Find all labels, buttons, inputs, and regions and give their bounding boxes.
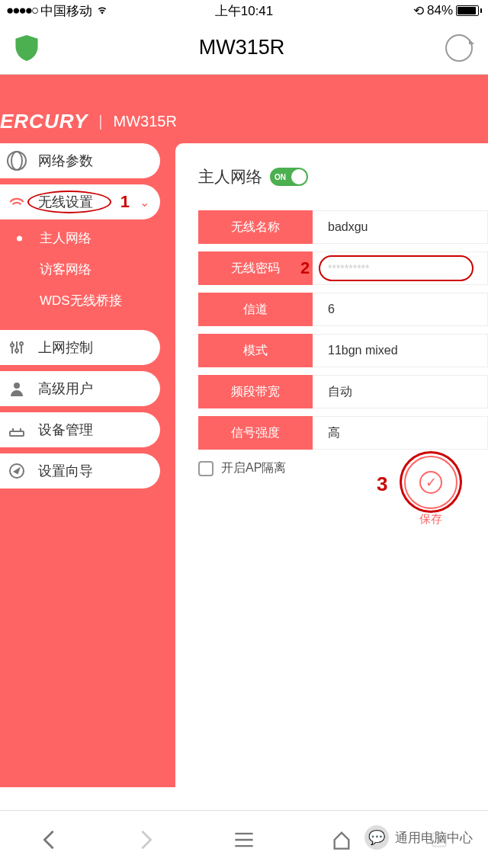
battery-percent: 84% bbox=[427, 3, 453, 18]
brand-logo: ERCURY bbox=[0, 110, 88, 133]
wifi-icon bbox=[6, 191, 27, 213]
sidebar-item-network-params[interactable]: 网络参数 bbox=[0, 143, 160, 178]
clock: 上午10:41 bbox=[165, 2, 323, 20]
refresh-icon[interactable] bbox=[445, 34, 473, 62]
value-bandwidth[interactable]: 自动 bbox=[313, 375, 488, 408]
annotation-step-2: 2 bbox=[300, 258, 310, 278]
sidebar-item-label: 设备管理 bbox=[38, 421, 93, 439]
brand-header: ERCURY | MW315R bbox=[0, 102, 488, 140]
wifi-toggle[interactable]: ON bbox=[270, 168, 308, 186]
sidebar-item-label: 设置向导 bbox=[38, 462, 93, 480]
sidebar-item-setup-wizard[interactable]: 设置向导 bbox=[0, 453, 160, 488]
annotation-step-1: 1 bbox=[120, 192, 130, 212]
row-bandwidth: 频段带宽 自动 bbox=[198, 375, 488, 408]
sidebar-sub-host-network[interactable]: 主人网络 bbox=[0, 223, 160, 254]
compass-icon bbox=[6, 460, 27, 482]
forward-button[interactable] bbox=[133, 827, 159, 853]
user-icon bbox=[6, 378, 27, 399]
save-label: 保存 bbox=[404, 512, 458, 527]
row-password: 无线密码 2 ********** bbox=[198, 251, 488, 285]
label-channel: 信道 bbox=[198, 293, 313, 326]
password-text: ********** bbox=[328, 262, 369, 274]
value-ssid[interactable]: badxgu bbox=[313, 210, 488, 244]
wechat-icon: 💬 bbox=[364, 825, 389, 850]
sidebar-item-label: 网络参数 bbox=[38, 152, 93, 170]
wechat-text: 通用电脑中心 bbox=[395, 829, 473, 847]
label-ssid: 无线名称 bbox=[198, 210, 313, 244]
svg-rect-4 bbox=[10, 431, 24, 436]
value-password[interactable]: 2 ********** bbox=[313, 251, 488, 285]
label-password: 无线密码 bbox=[198, 251, 313, 285]
rotation-lock-icon: ⟲ bbox=[413, 3, 424, 19]
sidebar-sub-wds-bridge[interactable]: WDS无线桥接 bbox=[0, 285, 160, 316]
value-mode[interactable]: 11bgn mixed bbox=[313, 334, 488, 367]
router-icon bbox=[6, 419, 27, 440]
label-mode: 模式 bbox=[198, 334, 313, 367]
sidebar-item-access-control[interactable]: 上网控制 bbox=[0, 330, 160, 365]
row-ssid: 无线名称 badxgu bbox=[198, 210, 488, 244]
ap-isolation-label: 开启AP隔离 bbox=[221, 460, 286, 476]
carrier-label: 中国移动 bbox=[40, 2, 92, 20]
status-bar: ●●●●○ 中国移动 上午10:41 ⟲ 84% bbox=[0, 0, 488, 21]
globe-icon bbox=[6, 150, 27, 171]
sidebar-item-label: 高级用户 bbox=[38, 380, 93, 398]
value-signal[interactable]: 高 bbox=[313, 416, 488, 450]
sidebar-item-wireless[interactable]: 无线设置 1 ⌄ bbox=[0, 184, 160, 219]
value-channel[interactable]: 6 bbox=[313, 293, 488, 326]
shield-icon bbox=[15, 35, 38, 61]
sliders-icon bbox=[6, 337, 27, 358]
save-area: 3 ✓ 保存 bbox=[404, 456, 458, 527]
panel-title-row: 主人网络 ON bbox=[198, 166, 488, 187]
label-signal: 信号强度 bbox=[198, 416, 313, 450]
sidebar: 网络参数 无线设置 1 ⌄ 主人网络 访客网络 WDS无线桥接 上网控制 高级用… bbox=[0, 75, 160, 787]
signal-strength-icon: ●●●●○ bbox=[6, 3, 37, 18]
svg-point-1 bbox=[15, 349, 18, 352]
sidebar-item-advanced-user[interactable]: 高级用户 bbox=[0, 371, 160, 406]
battery-icon bbox=[456, 5, 482, 16]
row-channel: 信道 6 bbox=[198, 293, 488, 326]
menu-button[interactable] bbox=[231, 827, 257, 853]
sidebar-item-label: 上网控制 bbox=[38, 338, 93, 357]
svg-point-3 bbox=[14, 383, 20, 389]
panel-title: 主人网络 bbox=[198, 166, 262, 187]
router-admin-page: ERCURY | MW315R 网络参数 无线设置 1 ⌄ 主人网络 访客网络 … bbox=[0, 75, 488, 787]
annotation-step-3: 3 bbox=[377, 472, 387, 496]
row-mode: 模式 11bgn mixed bbox=[198, 334, 488, 367]
browser-url-bar: MW315R bbox=[0, 21, 488, 75]
save-button[interactable]: ✓ bbox=[404, 456, 458, 509]
page-title[interactable]: MW315R bbox=[49, 36, 435, 59]
wechat-watermark: 💬 通用电脑中心 bbox=[357, 821, 480, 854]
svg-point-2 bbox=[20, 342, 23, 345]
check-icon: ✓ bbox=[419, 471, 442, 494]
back-button[interactable] bbox=[36, 827, 62, 853]
main-panel: 主人网络 ON 无线名称 badxgu 无线密码 2 ********** 信道… bbox=[175, 143, 488, 787]
sidebar-item-label: 无线设置 bbox=[38, 193, 93, 211]
label-bandwidth: 频段带宽 bbox=[198, 375, 313, 408]
wireless-submenu: 主人网络 访客网络 WDS无线桥接 bbox=[0, 219, 160, 324]
sidebar-sub-guest-network[interactable]: 访客网络 bbox=[0, 254, 160, 285]
ap-isolation-checkbox[interactable] bbox=[198, 461, 214, 476]
sidebar-item-device-management[interactable]: 设备管理 bbox=[0, 412, 160, 447]
row-signal: 信号强度 高 bbox=[198, 416, 488, 450]
chevron-down-icon: ⌄ bbox=[140, 195, 149, 210]
svg-point-0 bbox=[11, 344, 14, 347]
home-button[interactable] bbox=[329, 827, 355, 853]
wifi-icon bbox=[95, 5, 109, 16]
brand-model: MW315R bbox=[114, 113, 177, 130]
